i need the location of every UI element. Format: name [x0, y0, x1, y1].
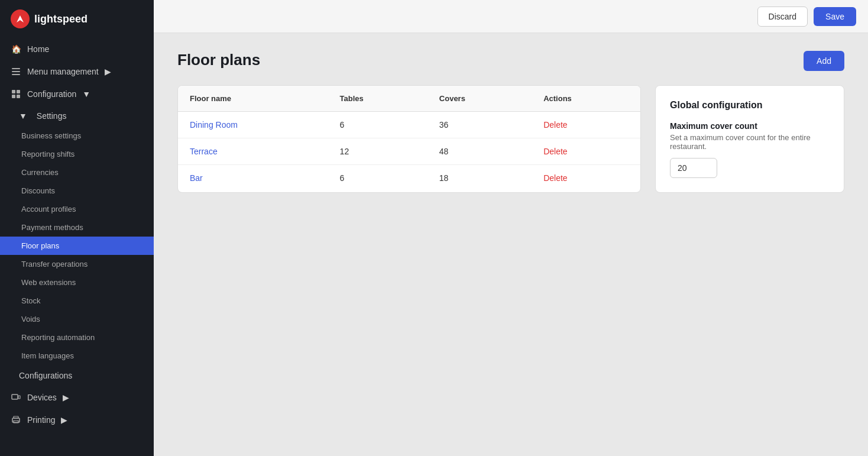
sidebar: lightspeed 🏠 Home Menu management ▶ Conf…: [0, 0, 154, 456]
sidebar-item-printing[interactable]: Printing ▶: [0, 409, 154, 431]
account-profiles-label: Account profiles: [21, 205, 76, 214]
global-configuration-panel: Global configuration Maximum cover count…: [655, 85, 844, 193]
printing-chevron-icon: ▶: [61, 415, 67, 425]
floor-plans-table: Floor name Tables Covers Actions Dining …: [178, 86, 640, 191]
sidebar-item-floor-plans[interactable]: Floor plans: [0, 237, 154, 255]
sidebar-item-transfer-operations[interactable]: Transfer operations: [0, 255, 154, 273]
sidebar-item-devices[interactable]: Devices ▶: [0, 386, 154, 409]
discounts-label: Discounts: [21, 186, 55, 195]
col-header-covers: Covers: [427, 86, 532, 112]
sidebar-item-currencies[interactable]: Currencies: [0, 163, 154, 182]
voids-label: Voids: [21, 315, 40, 324]
sidebar-item-web-extensions[interactable]: Web extensions: [0, 273, 154, 292]
chevron-right-icon: ▶: [105, 67, 111, 76]
web-extensions-label: Web extensions: [21, 278, 76, 287]
table-row: Bar 6 18 Delete: [178, 165, 640, 192]
main-content: Discard Save Floor plans Add Floor name …: [154, 0, 868, 456]
table-header-row: Floor name Tables Covers Actions: [178, 86, 640, 112]
chevron-down-icon: ▼: [82, 89, 90, 99]
cover-count-description: Set a maximum cover count for the entire…: [670, 133, 830, 151]
covers-bar: 18: [427, 165, 532, 192]
settings-chevron-down-icon: ▼: [19, 111, 27, 121]
delete-dining-room[interactable]: Delete: [543, 120, 567, 130]
svg-rect-8: [12, 394, 18, 399]
svg-rect-6: [12, 95, 15, 98]
floor-name-bar[interactable]: Bar: [190, 173, 203, 183]
sidebar-item-payment-methods[interactable]: Payment methods: [0, 218, 154, 237]
save-button[interactable]: Save: [814, 7, 856, 26]
logo-text: lightspeed: [34, 13, 88, 25]
global-config-title: Global configuration: [670, 100, 830, 111]
printing-label: Printing: [27, 415, 55, 425]
devices-label: Devices: [27, 393, 57, 402]
sidebar-item-home[interactable]: 🏠 Home: [0, 38, 154, 60]
tables-dining-room: 6: [328, 112, 427, 138]
discard-button[interactable]: Discard: [757, 7, 808, 27]
svg-rect-9: [18, 396, 20, 399]
col-header-actions: Actions: [532, 86, 640, 112]
svg-rect-5: [17, 90, 20, 93]
cover-count-label: Maximum cover count: [670, 121, 830, 131]
page-header: Floor plans Add: [177, 51, 844, 71]
svg-rect-3: [12, 74, 20, 75]
svg-rect-2: [12, 71, 20, 72]
sidebar-item-stock[interactable]: Stock: [0, 292, 154, 310]
home-label: Home: [27, 44, 49, 54]
delete-terrace[interactable]: Delete: [543, 147, 567, 156]
delete-bar[interactable]: Delete: [543, 173, 567, 183]
sidebar-item-reporting-shifts[interactable]: Reporting shifts: [0, 145, 154, 163]
menu-management-icon: [11, 66, 21, 77]
transfer-operations-label: Transfer operations: [21, 260, 88, 269]
sidebar-item-configuration[interactable]: Configuration ▼: [0, 83, 154, 105]
currencies-label: Currencies: [21, 168, 59, 177]
svg-rect-4: [12, 90, 15, 93]
business-settings-label: Business settings: [21, 131, 81, 140]
sidebar-item-business-settings[interactable]: Business settings: [0, 127, 154, 145]
covers-dining-room: 36: [427, 112, 532, 138]
sidebar-item-configurations[interactable]: Configurations: [0, 365, 154, 386]
page-title: Floor plans: [177, 51, 260, 69]
cover-count-input[interactable]: [670, 158, 717, 178]
floor-name-dining-room[interactable]: Dining Room: [190, 120, 238, 130]
payment-methods-label: Payment methods: [21, 223, 83, 232]
devices-icon: [11, 392, 21, 403]
sidebar-item-reporting-automation[interactable]: Reporting automation: [0, 328, 154, 347]
svg-rect-12: [14, 421, 18, 423]
sidebar-item-account-profiles[interactable]: Account profiles: [0, 200, 154, 218]
sidebar-item-settings[interactable]: ▼ Settings: [0, 105, 154, 127]
floor-plans-label: Floor plans: [21, 241, 59, 250]
floor-plans-table-section: Floor name Tables Covers Actions Dining …: [177, 85, 641, 193]
col-header-tables: Tables: [328, 86, 427, 112]
devices-chevron-icon: ▶: [63, 393, 69, 402]
sidebar-item-item-languages[interactable]: Item languages: [0, 347, 154, 365]
svg-rect-7: [17, 95, 20, 98]
tables-bar: 6: [328, 165, 427, 192]
reporting-automation-label: Reporting automation: [21, 333, 95, 342]
item-languages-label: Item languages: [21, 351, 74, 360]
content-body: Floor name Tables Covers Actions Dining …: [177, 85, 844, 193]
reporting-shifts-label: Reporting shifts: [21, 150, 75, 159]
menu-management-label: Menu management: [27, 67, 99, 76]
sidebar-item-menu-management[interactable]: Menu management ▶: [0, 60, 154, 83]
configuration-icon: [11, 89, 21, 99]
topbar: Discard Save: [154, 0, 868, 33]
svg-rect-11: [14, 416, 18, 418]
logo: lightspeed: [0, 0, 154, 38]
svg-rect-1: [12, 68, 20, 69]
configurations-label: Configurations: [19, 371, 72, 380]
sidebar-item-discounts[interactable]: Discounts: [0, 182, 154, 200]
lightspeed-logo-icon: [11, 9, 30, 28]
printing-icon: [11, 415, 21, 425]
col-header-floor-name: Floor name: [178, 86, 328, 112]
configuration-label: Configuration: [27, 89, 76, 99]
content-area: Floor plans Add Floor name Tables Covers…: [154, 33, 868, 456]
add-button[interactable]: Add: [804, 51, 844, 71]
sidebar-item-voids[interactable]: Voids: [0, 310, 154, 328]
covers-terrace: 48: [427, 138, 532, 165]
floor-name-terrace[interactable]: Terrace: [190, 147, 218, 156]
home-icon: 🏠: [11, 44, 21, 54]
sidebar-navigation: 🏠 Home Menu management ▶ Configuration ▼…: [0, 38, 154, 456]
table-row: Dining Room 6 36 Delete: [178, 112, 640, 138]
table-row: Terrace 12 48 Delete: [178, 138, 640, 165]
stock-label: Stock: [21, 296, 41, 305]
